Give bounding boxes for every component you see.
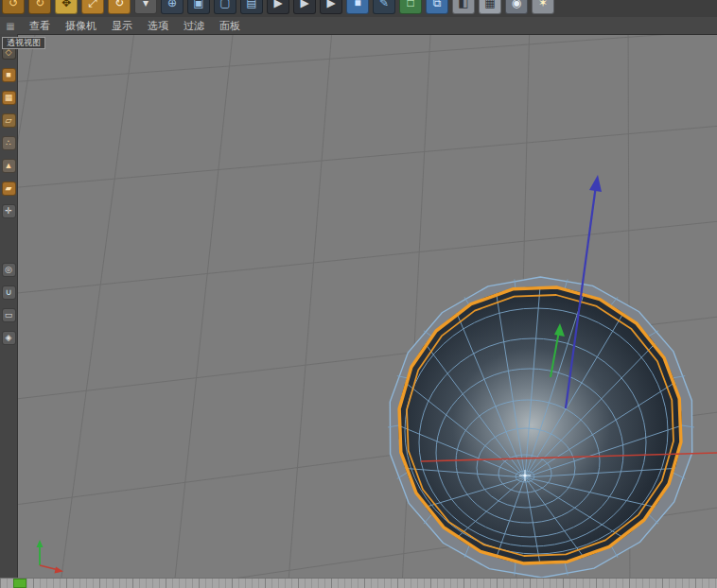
deformer-icon[interactable]: ◧ bbox=[452, 0, 475, 14]
render-settings-icon[interactable]: ▤ bbox=[240, 0, 263, 14]
left-toolbar: ◇■▦▱∴▲▰✛◎∪▭◈ bbox=[0, 34, 18, 579]
environment-icon[interactable]: ▦ bbox=[479, 0, 501, 14]
render-view-icon[interactable]: ▣ bbox=[187, 0, 210, 14]
move-tool-icon[interactable]: ✥ bbox=[55, 0, 78, 14]
menu-item-view[interactable]: 查看 bbox=[22, 19, 58, 33]
lock-icon[interactable]: ◈ bbox=[2, 331, 16, 345]
subdivision-surface-icon[interactable]: □ bbox=[399, 0, 422, 14]
bowl-object[interactable] bbox=[388, 277, 694, 578]
recent-tools-icon[interactable]: ▾ bbox=[134, 0, 157, 14]
top-toolbar-icons: ↺↻✥⤢↻▾⊕▣▢▤▶▶▶■✎□⧉◧▦◉✶ bbox=[0, 0, 717, 14]
menu-item-options[interactable]: 选项 bbox=[140, 19, 176, 33]
viewport-menu-bar: ▦ 查看 摄像机 显示 选项 过滤 面板 bbox=[0, 17, 717, 35]
symmetry-icon[interactable]: ⧉ bbox=[426, 0, 448, 14]
menu-item-display[interactable]: 显示 bbox=[104, 19, 140, 33]
top-toolbar: ↺↻✥⤢↻▾⊕▣▢▤▶▶▶■✎□⧉◧▦◉✶ bbox=[0, 0, 717, 18]
workplane-mode-icon[interactable]: ▱ bbox=[2, 113, 16, 128]
workplane-icon[interactable]: ▭ bbox=[2, 308, 16, 322]
render-region-icon[interactable]: ▢ bbox=[214, 0, 236, 14]
redo-icon[interactable]: ↻ bbox=[28, 0, 51, 14]
viewport[interactable] bbox=[0, 0, 717, 588]
coordinate-system-icon[interactable]: ⊕ bbox=[161, 0, 184, 14]
viewport-solo-icon[interactable]: ◎ bbox=[2, 263, 16, 277]
camera-icon[interactable]: ◉ bbox=[505, 0, 528, 14]
viewport-label[interactable]: 透视视图 bbox=[2, 37, 45, 49]
render-queue-icon[interactable]: ▶ bbox=[267, 0, 289, 14]
menu-item-camera[interactable]: 摄像机 bbox=[58, 19, 104, 33]
model-mode-icon[interactable]: ■ bbox=[2, 68, 16, 82]
polygons-mode-icon[interactable]: ▰ bbox=[2, 182, 16, 196]
undo-icon[interactable]: ↺ bbox=[2, 0, 25, 14]
team-render-icon[interactable]: ▶ bbox=[293, 0, 316, 14]
timeline-playhead[interactable] bbox=[13, 579, 26, 588]
menu-grid-icon[interactable]: ▦ bbox=[3, 21, 18, 31]
timeline-ruler[interactable] bbox=[0, 578, 717, 588]
snap-icon[interactable]: ∪ bbox=[2, 285, 16, 300]
menu-item-filter[interactable]: 过滤 bbox=[176, 19, 212, 33]
spline-pen-icon[interactable]: ✎ bbox=[373, 0, 395, 14]
app-window: ↺↻✥⤢↻▾⊕▣▢▤▶▶▶■✎□⧉◧▦◉✶ ▦ 查看 摄像机 显示 选项 过滤 … bbox=[0, 0, 717, 588]
menu-item-panel[interactable]: 面板 bbox=[212, 19, 248, 33]
interactive-render-icon[interactable]: ▶ bbox=[320, 0, 342, 14]
left-toolbar-icons: ◇■▦▱∴▲▰✛◎∪▭◈ bbox=[0, 34, 17, 345]
scale-tool-icon[interactable]: ⤢ bbox=[81, 0, 104, 14]
enable-axis-icon[interactable]: ✛ bbox=[2, 204, 16, 218]
points-mode-icon[interactable]: ∴ bbox=[2, 136, 16, 150]
primitive-cube-icon[interactable]: ■ bbox=[346, 0, 369, 14]
light-icon[interactable]: ✶ bbox=[532, 0, 554, 14]
rotate-tool-icon[interactable]: ↻ bbox=[108, 0, 131, 14]
edges-mode-icon[interactable]: ▲ bbox=[2, 159, 16, 173]
texture-mode-icon[interactable]: ▦ bbox=[2, 91, 16, 105]
